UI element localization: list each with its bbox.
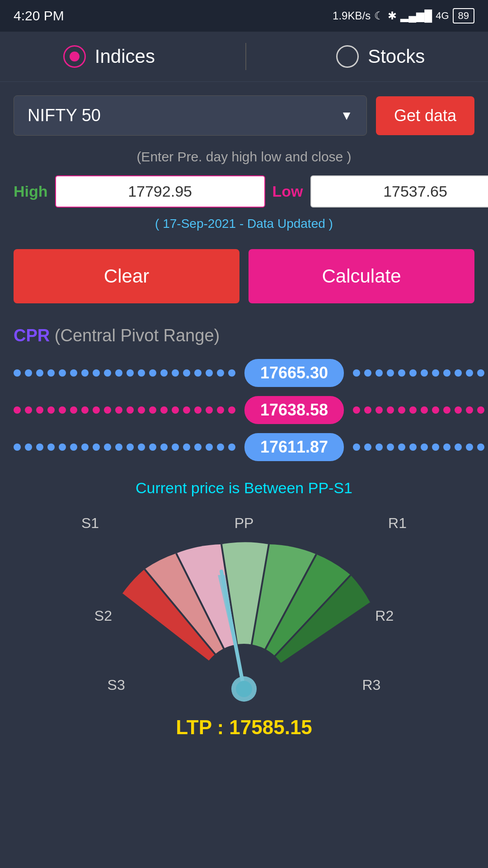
dot [375,443,383,451]
dot [409,369,417,377]
dot [432,369,439,377]
dot [104,443,111,451]
dot [127,443,134,451]
dot [466,443,473,451]
s3-side-label: S3 [108,677,125,693]
dot [138,406,145,414]
tab-indices-label: Indices [95,46,155,67]
dots-left-2 [14,406,235,414]
dot [477,443,484,451]
status-time: 4:20 PM [14,8,64,24]
gauge-svg-wrapper: S2 R2 S3 R3 [81,535,407,707]
dot [14,369,21,377]
dot [104,369,111,377]
dot [149,406,156,414]
dot [81,406,89,414]
cpr-line-1: 17665.30 [14,359,474,387]
r3-side-label: R3 [362,677,381,693]
ltp-text: LTP : 17585.15 [176,716,312,739]
cpr-value-3: 17611.87 [244,433,344,461]
dot [353,443,360,451]
tab-stocks-radio[interactable] [336,45,359,68]
high-input[interactable] [55,175,265,208]
clear-button[interactable]: Clear [14,249,239,303]
dot [59,369,66,377]
dot [138,443,145,451]
dot [194,369,202,377]
dot [93,443,100,451]
calculate-button[interactable]: Calculate [249,249,474,303]
dot [228,369,235,377]
high-label: High [14,183,48,200]
dot [25,443,32,451]
dot [443,406,450,414]
dot [228,406,235,414]
index-dropdown[interactable]: NIFTY 50 ▼ [14,95,367,136]
dot [47,443,55,451]
dot [149,369,156,377]
dot [36,443,43,451]
dot [421,443,428,451]
dot [206,406,213,414]
dots-right-3 [353,443,488,451]
network-speed: 1.9KB/s [333,9,371,22]
dot [81,369,89,377]
dot [160,406,168,414]
cpr-lines: 17665.30 17638.58 17611.87 [14,359,474,461]
dot [353,406,360,414]
dot [375,369,383,377]
dot [398,406,405,414]
dot [387,406,394,414]
dot [160,369,168,377]
tab-indices-radio[interactable] [63,45,86,68]
dot [466,369,473,377]
tab-indices[interactable]: Indices [63,45,155,68]
dot [115,443,122,451]
dot [14,406,21,414]
cpr-word: CPR [14,326,50,345]
dot [172,369,179,377]
dot [59,406,66,414]
signal-icon: ▂▄▆█ [400,9,432,22]
get-data-button[interactable]: Get data [376,96,474,135]
dot [183,369,190,377]
r1-label: R1 [388,515,407,532]
dot [127,406,134,414]
battery-icon: 89 [453,8,474,24]
dot [432,406,439,414]
cpr-desc: (Central Pivot Range) [55,326,220,345]
low-input[interactable] [310,175,488,208]
dot [81,443,89,451]
dot [59,443,66,451]
status-icons: 1.9KB/s ☾ ✱ ▂▄▆█ 4G 89 [333,8,474,24]
dot [466,406,473,414]
moon-icon: ☾ [374,9,384,22]
dropdown-selected: NIFTY 50 [28,106,101,125]
dropdown-row: NIFTY 50 ▼ Get data [14,95,474,136]
dot [375,406,383,414]
instruction-text: (Enter Pre. day high low and close ) [14,149,474,165]
s1-label: S1 [81,515,99,532]
dot [455,406,462,414]
tab-stocks[interactable]: Stocks [336,45,425,68]
dot [421,406,428,414]
dot [47,369,55,377]
pp-label: PP [235,515,254,532]
dot [115,406,122,414]
dot [206,369,213,377]
bluetooth-icon: ✱ [388,9,397,22]
dot [194,406,202,414]
dot [93,369,100,377]
dot [93,406,100,414]
dots-right-2 [353,406,488,414]
dots-left-1 [14,369,235,377]
dot [421,369,428,377]
dot [206,443,213,451]
dot [364,369,371,377]
dot [25,406,32,414]
dot [127,369,134,377]
current-price-text: Current price is Between PP-S1 [14,479,474,497]
dot [104,406,111,414]
cpr-line-3: 17611.87 [14,433,474,461]
dot [353,369,360,377]
